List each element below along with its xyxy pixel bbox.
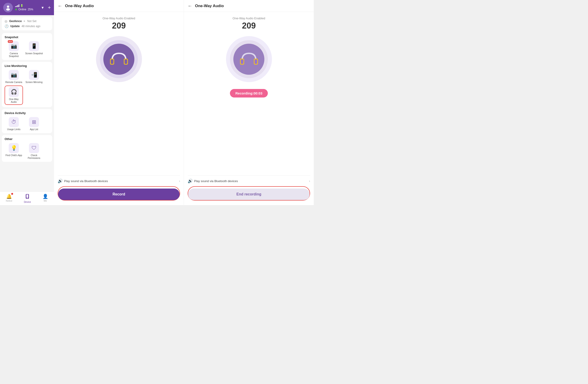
other-grid: 💡 Find Child's App 🛡 Check Permissions — [5, 143, 49, 159]
sidebar-item-usage-limits[interactable]: ⏱ Usage Limits — [5, 117, 23, 131]
check-permissions-icon: 🛡 — [29, 143, 39, 153]
remote-camera-label: Remote Camera — [5, 81, 22, 84]
end-button-wrapper: End recording — [188, 186, 310, 201]
svg-point-0 — [7, 5, 9, 8]
geofence-label: Geofence — [9, 20, 22, 23]
end-recording-button[interactable]: End recording — [188, 189, 310, 200]
right-headphone-icon — [239, 50, 259, 68]
left-chevron-right-icon: › — [179, 179, 180, 183]
right-panel-header: ← One-Way Audio — [184, 0, 314, 12]
sidebar: 🔋 Online 25% ▾ + ◎ Geofence Not Set 🕐 Up… — [0, 0, 54, 205]
sidebar-item-one-way-audio[interactable]: 🎧 One-Way Audio — [5, 86, 23, 105]
update-row: 🕐 Update 48 minutes ago — [5, 24, 49, 28]
bottom-nav: 🔔 Notice Device 👤 Me — [0, 192, 54, 205]
sidebar-item-check-permissions[interactable]: 🛡 Check Permissions — [25, 143, 43, 159]
update-icon: 🕐 — [5, 24, 8, 28]
right-back-arrow[interactable]: ← — [188, 3, 192, 8]
sidebar-item-find-childs-app[interactable]: 💡 Find Child's App — [5, 143, 23, 159]
nav-device[interactable]: Device — [24, 194, 31, 203]
nav-me[interactable]: 👤 Me — [42, 194, 48, 203]
sidebar-item-app-list[interactable]: ⊞ App List — [25, 117, 43, 131]
record-button[interactable]: Record — [58, 189, 180, 200]
device-label: Device — [24, 201, 31, 203]
headphone-icon — [109, 50, 129, 68]
find-childs-app-icon: 💡 — [9, 143, 19, 153]
other-section: Other 💡 Find Child's App 🛡 Check Permiss… — [2, 135, 52, 162]
left-back-arrow[interactable]: ← — [58, 3, 62, 8]
status-row: Online 25% — [15, 8, 39, 11]
header-info: 🔋 Online 25% — [15, 4, 39, 11]
usage-limits-label: Usage Limits — [7, 128, 21, 131]
geofence-icon: ◎ — [5, 19, 7, 23]
device-activity-section: Device Activity ⏱ Usage Limits ⊞ App Lis… — [2, 109, 52, 133]
screen-mirroring-label: Screen Mirroring — [25, 81, 42, 84]
svg-point-1 — [6, 8, 10, 11]
left-audio-count: 209 — [112, 21, 126, 31]
snapshot-title: Snapshot — [5, 35, 49, 39]
left-panel-header: ← One-Way Audio — [54, 0, 184, 12]
right-audio-count: 209 — [242, 21, 256, 31]
right-panel-title: One-Way Audio — [195, 4, 224, 8]
sidebar-item-screen-snapshot[interactable]: 📱 Screen Snapshot — [25, 41, 43, 58]
remote-camera-icon: 📷 — [9, 70, 19, 80]
sidebar-header: 🔋 Online 25% ▾ + — [0, 0, 54, 15]
left-panel-body: One-Way Audio Enabled 209 — [54, 12, 184, 205]
sidebar-info: ◎ Geofence Not Set 🕐 Update 48 minutes a… — [2, 17, 52, 30]
me-label: Me — [44, 200, 47, 202]
one-way-audio-label: One-Way Audio — [6, 98, 21, 103]
battery-icon: 🔋 — [20, 4, 23, 7]
notice-label: Notice — [6, 200, 12, 202]
sidebar-item-screen-mirroring[interactable]: 📲 Screen Mirroring — [25, 70, 43, 84]
update-label: Update — [10, 25, 20, 28]
sidebar-item-camera-snapshot[interactable]: 📷 New Camera Snapshot — [5, 41, 23, 58]
sidebar-item-remote-camera[interactable]: 📷 Remote Camera — [5, 70, 23, 84]
new-badge: New — [8, 40, 13, 43]
online-label: Online — [18, 8, 26, 11]
left-audio-enabled-label: One-Way Audio Enabled — [103, 17, 135, 20]
svg-rect-3 — [26, 195, 28, 198]
snapshot-grid: 📷 New Camera Snapshot 📱 Screen Snapshot — [5, 41, 49, 58]
not-set-dot-icon — [24, 21, 25, 22]
right-panel-body: One-Way Audio Enabled 209 Recording — [184, 12, 314, 205]
left-panel-title: One-Way Audio — [65, 4, 94, 8]
left-panel: ← One-Way Audio One-Way Audio Enabled 20… — [54, 0, 184, 205]
one-way-audio-icon: 🎧 — [9, 87, 19, 97]
notice-badge-icon — [11, 193, 13, 195]
update-value: 48 minutes ago — [21, 25, 41, 28]
live-monitoring-grid: 📷 Remote Camera 📲 Screen Mirroring 🎧 One… — [5, 70, 49, 105]
geofence-row: ◎ Geofence Not Set — [5, 19, 49, 23]
dropdown-icon[interactable]: ▾ — [42, 5, 44, 10]
other-title: Other — [5, 137, 49, 141]
add-icon[interactable]: + — [48, 5, 51, 11]
signal-row: 🔋 — [15, 4, 39, 7]
right-headphone-graphic — [226, 36, 272, 82]
app-list-label: App List — [30, 128, 38, 131]
svg-rect-6 — [111, 59, 113, 64]
device-icon — [24, 194, 30, 200]
online-dot-icon — [15, 8, 17, 10]
screen-snapshot-label: Screen Snapshot — [25, 52, 43, 55]
nav-notice[interactable]: 🔔 Notice — [6, 194, 12, 203]
me-icon: 👤 — [42, 194, 48, 199]
record-button-wrapper: Record — [58, 186, 180, 201]
avatar — [3, 3, 13, 12]
svg-rect-8 — [125, 59, 127, 64]
svg-point-4 — [27, 198, 28, 199]
left-headphone-core — [103, 44, 134, 75]
battery-label: 25% — [28, 8, 33, 11]
device-activity-grid: ⏱ Usage Limits ⊞ App List — [5, 117, 49, 131]
left-bluetooth-row[interactable]: 🔊 Play sound via Bluetooth devices › — [58, 176, 180, 186]
live-monitoring-section: Live Monitoring 📷 Remote Camera 📲 Screen… — [2, 62, 52, 107]
live-monitoring-title: Live Monitoring — [5, 64, 49, 68]
right-bluetooth-row[interactable]: 🔊 Play sound via Bluetooth devices › — [188, 176, 310, 186]
svg-rect-10 — [241, 59, 243, 64]
snapshot-section: Snapshot 📷 New Camera Snapshot 📱 Screen … — [2, 33, 52, 60]
right-bluetooth-text: Play sound via Bluetooth devices — [194, 179, 309, 183]
right-chevron-right-icon: › — [309, 179, 310, 183]
camera-snapshot-icon: 📷 New — [9, 41, 19, 51]
check-permissions-label: Check Permissions — [25, 154, 43, 159]
screen-snapshot-icon: 📱 — [29, 41, 39, 51]
signal-bars-icon — [15, 4, 19, 7]
notice-icon: 🔔 — [6, 194, 12, 199]
left-bluetooth-icon: 🔊 — [58, 179, 63, 183]
